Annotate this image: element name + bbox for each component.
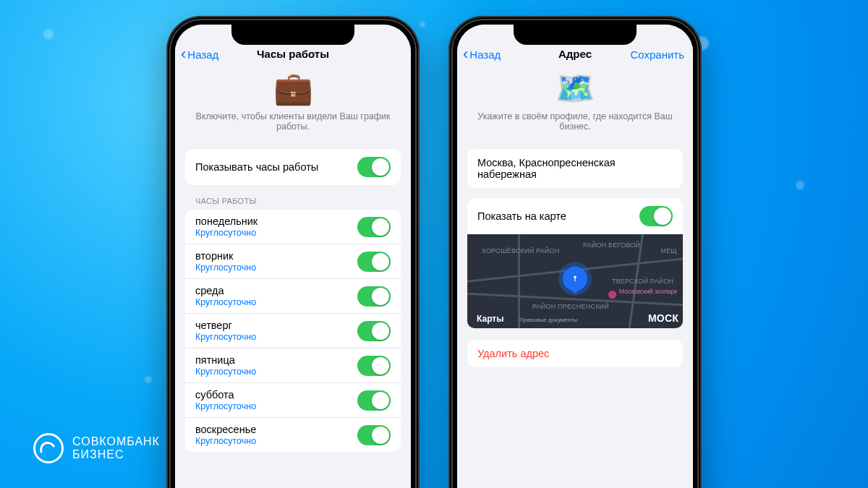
map-card: Показать на карте ХОРОШЁВСКИЙ РАЙОН РАЙО… [467,198,683,328]
day-row[interactable]: средаКруглосуточно [185,279,401,314]
day-name: понедельник [195,215,258,227]
location-pin-icon [563,267,587,291]
show-hours-label: Показывать часы работы [195,161,318,173]
poi-dot [608,291,616,299]
day-switch[interactable] [357,356,391,376]
logo-line1: СОВКОМБАНК [72,435,160,448]
day-switch[interactable] [357,252,391,272]
show-hours-cell[interactable]: Показывать часы работы [185,149,401,185]
back-button[interactable]: ‹ Назад [463,46,501,62]
hero-text: Укажите в своём профиле, где находится В… [470,111,680,132]
day-name: вторник [195,250,256,262]
address-value: Москва, Краснопресненская набережная [477,157,673,180]
day-row[interactable]: четвергКруглосуточно [185,314,401,348]
chevron-left-icon: ‹ [181,46,186,62]
day-hours: Круглосуточно [195,401,256,411]
sovcombank-logo: СОВКОМБАНК БИЗНЕС [33,433,160,463]
logo-line2: БИЗНЕС [72,448,160,461]
day-switch[interactable] [357,286,391,307]
poi-label: Московский зоопарк [619,288,677,295]
district-label: РАЙОН ПРЕСНЕНСКИЙ [532,303,609,310]
map-preview[interactable]: ХОРОШЁВСКИЙ РАЙОН РАЙОН БЕГОВОЙ ТВЕРСКОЙ… [467,234,683,328]
hero-text: Включите, чтобы клиенты видели Ваш графи… [188,111,398,132]
day-hours: Круглосуточно [195,332,256,342]
day-switch[interactable] [357,390,391,411]
city-label: Моск [648,312,678,324]
notch [514,25,637,45]
day-hours: Круглосуточно [195,297,256,307]
day-row[interactable]: субботаКруглосуточно [185,383,401,418]
district-label: ХОРОШЁВСКИЙ РАЙОН [482,247,559,254]
days-list: понедельникКруглосуточновторникКруглосут… [185,210,401,452]
show-on-map-label: Показать на карте [477,210,566,222]
phone-hours: ‹ Назад Часы работы 💼 Включите, чтобы кл… [166,16,420,488]
day-name: воскресенье [195,424,256,435]
day-name: среда [195,285,256,296]
show-hours-switch[interactable] [357,157,391,177]
show-on-map-cell[interactable]: Показать на карте [467,198,683,234]
day-row[interactable]: пятницаКруглосуточно [185,348,401,383]
chevron-left-icon: ‹ [463,46,468,62]
hero: 💼 Включите, чтобы клиенты видели Ваш гра… [175,67,411,142]
day-name: четверг [195,320,256,331]
day-hours: Круглосуточно [195,436,256,446]
address-cell[interactable]: Москва, Краснопресненская набережная [467,149,683,188]
map-emoji-icon: 🗺️ [556,72,595,104]
page-title: Адрес [558,48,592,60]
legal-link[interactable]: Правовые документы [519,317,577,323]
day-switch[interactable] [357,425,391,445]
day-row[interactable]: понедельникКруглосуточно [185,210,401,244]
briefcase-icon: 💼 [273,72,313,104]
show-on-map-switch[interactable] [639,206,673,226]
day-row[interactable]: воскресеньеКруглосуточно [185,418,401,452]
section-label: ЧАСЫ РАБОТЫ [195,197,391,205]
day-switch[interactable] [357,217,391,237]
day-switch[interactable] [357,321,391,341]
back-label: Назад [187,48,218,61]
notch [231,25,354,45]
delete-address-button[interactable]: Удалить адрес [467,340,683,367]
district-label: РАЙОН БЕГОВОЙ [583,241,640,249]
phone-address: ‹ Назад Адрес Сохранить 🗺️ Укажите в сво… [448,16,702,488]
day-hours: Круглосуточно [195,228,258,238]
day-hours: Круглосуточно [195,367,256,377]
day-name: пятница [195,354,256,366]
save-button[interactable]: Сохранить [630,48,684,61]
district-label: МЕЩ [660,247,677,254]
day-row[interactable]: вторникКруглосуточно [185,244,401,279]
logo-mark-icon [33,433,64,463]
day-hours: Круглосуточно [195,262,256,273]
page-title: Часы работы [257,48,329,60]
back-button[interactable]: ‹ Назад [181,46,218,62]
svg-rect-1 [574,278,575,281]
district-label: ТВЕРСКОЙ РАЙОН [612,278,673,285]
hero: 🗺️ Укажите в своём профиле, где находитс… [457,67,693,142]
delete-address-label: Удалить адрес [477,348,549,359]
back-label: Назад [469,48,501,61]
day-name: суббота [195,389,256,401]
apple-maps-brand: Карты [475,314,503,324]
